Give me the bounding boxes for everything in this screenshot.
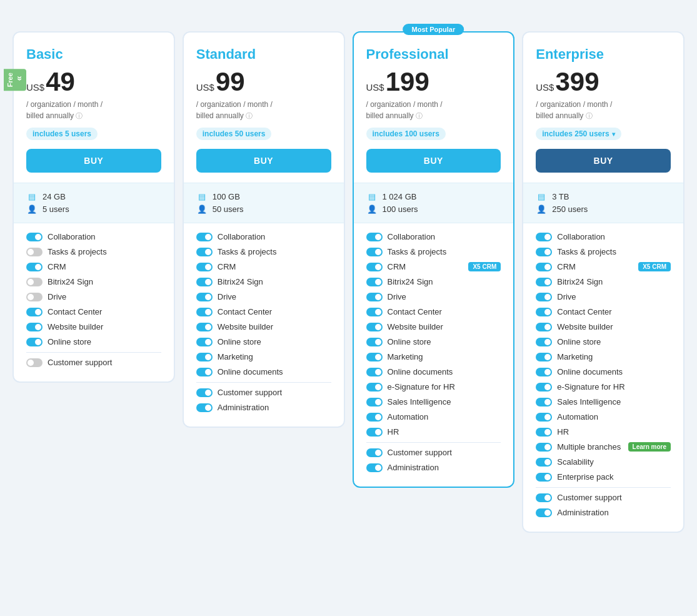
feature-row: Collaboration (196, 232, 331, 241)
users-badge-professional: includes 100 users (366, 128, 446, 140)
learn-more-badge[interactable]: Learn more (628, 442, 671, 452)
feature-row: Contact Center (26, 307, 161, 316)
bottom-feature-row: Customer support (26, 358, 161, 367)
plan-price-standard: US$ 99 (196, 69, 331, 95)
feature-label: Online store (557, 337, 601, 346)
toggle-icon-collaboration (536, 233, 552, 241)
feature-row: Website builder (196, 322, 331, 331)
plan-specs-enterprise: ▤3 TB👤250 users (523, 183, 683, 223)
users-value: 250 users (552, 204, 588, 214)
toggle-icon-customer-support (366, 448, 383, 457)
storage-icon: ▤ (26, 193, 38, 201)
feature-label: Administration (557, 508, 608, 517)
storage-row-enterprise: ▤3 TB (536, 192, 671, 201)
feature-row: Contact Center (196, 307, 331, 316)
feature-row: Automation (366, 412, 501, 422)
feature-row: HR (366, 427, 501, 437)
feature-label: Administration (388, 463, 439, 472)
storage-value: 24 GB (43, 192, 66, 201)
info-icon[interactable]: ⓘ (246, 112, 253, 119)
feature-label: Marketing (218, 352, 253, 361)
feature-label: Sales Intelligence (388, 397, 451, 406)
feature-row: Online store (366, 337, 501, 346)
users-badge-standard: includes 50 users (196, 128, 272, 140)
buy-button-standard[interactable]: BUY (196, 149, 331, 173)
storage-row-standard: ▤100 GB (196, 192, 331, 201)
users-icon: 👤 (536, 205, 547, 214)
feature-label: Collaboration (388, 232, 436, 241)
feature-label: HR (557, 427, 569, 437)
plan-price-professional: US$ 199 (366, 69, 501, 95)
users-badge-basic: includes 5 users (26, 128, 98, 140)
plan-period-basic: / organization / month /billed annually … (26, 99, 161, 121)
users-badge-enterprise[interactable]: includes 250 users ▾ (536, 128, 621, 140)
plan-amount-standard: 99 (216, 69, 245, 95)
feature-label: Tasks & projects (218, 247, 277, 256)
feature-label: e-Signature for HR (557, 382, 624, 391)
feature-label: Bitrix24 Sign (48, 277, 93, 286)
plan-price-enterprise: US$ 399 (536, 69, 671, 95)
feature-row: Automation (536, 412, 671, 422)
plan-card-enterprise: EnterpriseUS$ 399/ organization / month … (522, 31, 684, 533)
toggle-icon-bitrix24-sign (536, 278, 552, 286)
toggle-icon-hr (536, 428, 552, 437)
toggle-icon-online-store (366, 338, 383, 346)
toggle-icon-drive (196, 293, 213, 301)
info-icon[interactable]: ⓘ (586, 112, 593, 119)
toggle-icon-website-builder (536, 323, 552, 331)
feature-label: Customer support (388, 448, 452, 457)
storage-icon: ▤ (536, 193, 547, 201)
buy-button-professional[interactable]: BUY (366, 149, 501, 173)
feature-label: Contact Center (388, 307, 442, 316)
toggle-icon-online-store (26, 338, 43, 346)
feature-row: Drive (196, 292, 331, 301)
plan-currency-professional: US$ (366, 82, 384, 93)
storage-icon: ▤ (366, 193, 378, 201)
toggle-icon-contact-center (196, 308, 213, 316)
toggle-icon-e-signature-for-hr (536, 383, 552, 391)
feature-row: Drive (366, 292, 501, 301)
feature-label: e-Signature for HR (388, 382, 455, 391)
feature-row: Marketing (196, 352, 331, 361)
pricing-container: Free « BasicUS$ 49/ organization / month… (13, 31, 684, 533)
toggle-icon-customer-support (196, 388, 213, 397)
feature-row: e-Signature for HR (536, 382, 671, 391)
toggle-icon-tasks-&-projects (196, 248, 213, 256)
buy-button-enterprise[interactable]: BUY (536, 149, 671, 173)
toggle-icon-drive (536, 293, 552, 301)
plan-currency-standard: US$ (196, 82, 214, 93)
free-tag[interactable]: Free « (4, 69, 26, 91)
feature-row: Online store (26, 337, 161, 346)
features-list-basic: CollaborationTasks & projectsCRMBitrix24… (14, 223, 174, 381)
free-tag-label: Free (6, 73, 14, 87)
toggle-icon-contact-center (366, 308, 383, 316)
feature-row: Drive (536, 292, 671, 301)
toggle-icon-collaboration (26, 233, 43, 241)
feature-label: Website builder (388, 322, 443, 331)
feature-label: Customer support (557, 493, 621, 502)
info-icon[interactable]: ⓘ (76, 112, 83, 119)
plan-name-enterprise: Enterprise (536, 46, 671, 63)
buy-button-basic[interactable]: BUY (26, 149, 161, 173)
feature-label: Customer support (218, 388, 282, 397)
xs-crm-badge: X5 CRM (638, 262, 671, 271)
feature-row: Multiple branchesLearn more (536, 442, 671, 452)
feature-label: Drive (388, 292, 406, 301)
bottom-feature-row: Administration (196, 403, 331, 412)
toggle-icon-online-documents (196, 368, 213, 376)
toggle-icon-sales-intelligence (536, 398, 552, 406)
plan-specs-professional: ▤1 024 GB👤100 users (354, 183, 514, 223)
xs-crm-badge: X5 CRM (468, 262, 501, 271)
feature-label: Drive (218, 292, 236, 301)
storage-row-basic: ▤24 GB (26, 192, 161, 201)
feature-row: Tasks & projects (26, 247, 161, 256)
bottom-feature-row: Administration (536, 508, 671, 517)
info-icon[interactable]: ⓘ (416, 112, 423, 119)
feature-label: Online store (388, 337, 431, 346)
plan-specs-standard: ▤100 GB👤50 users (184, 183, 344, 223)
plan-currency-basic: US$ (26, 82, 44, 93)
feature-label: CRM (48, 262, 66, 271)
toggle-icon-enterprise-pack (536, 473, 552, 482)
feature-row: Bitrix24 Sign (196, 277, 331, 286)
feature-label: Bitrix24 Sign (218, 277, 263, 286)
